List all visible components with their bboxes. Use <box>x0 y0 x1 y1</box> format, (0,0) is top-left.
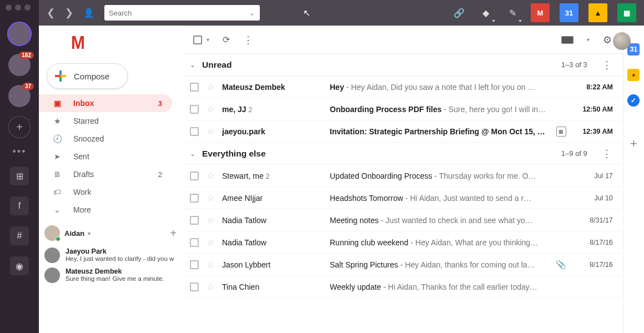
row-subject-wrap: Salt Spring Pictures - Hey Aidan, thanks… <box>330 260 545 269</box>
workspace-avatar-2[interactable]: 182 <box>8 54 31 76</box>
self-name: Aidan <box>64 229 84 238</box>
min-dot[interactable] <box>15 4 21 11</box>
close-dot[interactable] <box>6 4 12 11</box>
select-all-checkbox[interactable] <box>193 36 202 44</box>
compose-button[interactable]: Compose <box>47 63 128 89</box>
clock-icon: 🕘 <box>52 134 62 143</box>
profile-icon[interactable]: 👤 <box>83 8 94 18</box>
nav-count: 3 <box>158 99 162 108</box>
edit-icon[interactable]: ✎ <box>504 4 521 21</box>
more-dots[interactable]: ••• <box>13 146 27 158</box>
select-all-menu[interactable]: ▾ <box>207 37 209 43</box>
hangouts-self[interactable]: Aidan ▾ + <box>44 225 177 241</box>
nav-label: Inbox <box>73 99 147 108</box>
nav-label: Snoozed <box>73 134 162 143</box>
sheets-app-tile[interactable]: ▦ <box>617 3 636 22</box>
row-checkbox[interactable] <box>190 260 199 269</box>
row-subject: Invitation: Strategic Partnership Briefi… <box>330 127 545 136</box>
star-icon[interactable]: ☆ <box>207 82 214 92</box>
nav-item-inbox[interactable]: ▣ Inbox 3 <box>39 94 172 112</box>
refresh-button[interactable]: ⟳ <box>223 34 230 45</box>
star-icon[interactable]: ☆ <box>207 193 214 203</box>
chat-name: Mateusz Dembek <box>66 268 177 275</box>
chat-item[interactable]: Mateusz Dembek Sure thing man! Give me a… <box>44 265 177 285</box>
row-checkbox[interactable] <box>190 216 199 225</box>
collapse-icon[interactable]: ⌄ <box>190 150 195 158</box>
search-dropdown-icon[interactable]: ⌄ <box>249 8 255 17</box>
nav-item-starred[interactable]: ★ Starred <box>39 112 172 130</box>
collapse-icon[interactable]: ⌄ <box>190 61 195 69</box>
more-actions-button[interactable]: ⋮ <box>243 34 253 46</box>
self-menu-caret[interactable]: ▾ <box>88 230 90 236</box>
email-row[interactable]: ☆ jaeyou.park Invitation: Strategic Part… <box>182 120 623 143</box>
side-tasks-icon[interactable]: ✓ <box>627 94 640 107</box>
email-row[interactable]: ☆ Amee NIjjar Headshots Tomorrow - Hi Ai… <box>182 187 623 209</box>
input-tools-caret[interactable]: ▾ <box>587 37 590 43</box>
nav-item-sent[interactable]: ➤ Sent <box>39 148 172 165</box>
nav-item-snoozed[interactable]: 🕘 Snoozed <box>39 130 172 148</box>
new-chat-button[interactable]: + <box>170 227 177 240</box>
chat-item[interactable]: Jaeyou Park Hey, I just wanted to clarif… <box>44 245 177 265</box>
settings-gear-icon[interactable]: ⚙ <box>603 34 612 46</box>
row-checkbox[interactable] <box>190 171 199 180</box>
row-snippet: - Hey Aidan, Did you saw a note that I l… <box>346 83 536 92</box>
star-icon[interactable]: ☆ <box>207 170 214 181</box>
email-row[interactable]: ☆ Jason Lybbert Salt Spring Pictures - H… <box>182 254 623 276</box>
nav-item-work[interactable]: 🏷 Work <box>39 183 172 201</box>
share-icon[interactable]: 🔗 <box>451 4 467 21</box>
row-checkbox[interactable] <box>190 238 199 247</box>
email-row[interactable]: ☆ Mateusz Dembek Hey - Hey Aidan, Did yo… <box>182 76 623 98</box>
row-checkbox[interactable] <box>190 83 199 92</box>
row-from: me, JJ 2 <box>222 105 322 114</box>
dock-app-hash[interactable]: # <box>10 226 29 245</box>
layers-icon[interactable]: ◆ <box>477 4 494 21</box>
nav-item-drafts[interactable]: 🗎 Drafts 2 <box>39 165 172 183</box>
gmail-logo[interactable]: M <box>39 26 182 60</box>
star-icon[interactable]: ☆ <box>207 259 214 270</box>
attachment-icon: 📎 <box>556 260 566 270</box>
email-row[interactable]: ☆ Nadia Tatlow Meeting notes - Just want… <box>182 209 623 231</box>
dock-app-spotify[interactable]: ◉ <box>10 256 29 275</box>
workspace-avatar-1[interactable] <box>8 23 31 45</box>
section-header: ⌄ Unread 1–3 of 3 ⋮ <box>182 54 623 76</box>
star-icon[interactable]: ☆ <box>207 104 214 114</box>
side-add-button[interactable]: + <box>630 137 637 151</box>
row-from: Tina Chien <box>222 282 322 291</box>
star-icon[interactable]: ☆ <box>207 237 214 248</box>
star-icon[interactable]: ☆ <box>207 126 214 137</box>
input-tools-icon[interactable] <box>561 36 573 44</box>
forward-button[interactable]: ❯ <box>65 7 73 19</box>
calendar-app-tile[interactable]: 31 <box>560 3 578 22</box>
email-row[interactable]: ☆ me, JJ 2 Onboarding Process PDF files … <box>182 98 623 120</box>
max-dot[interactable] <box>24 4 31 11</box>
row-checkbox[interactable] <box>190 194 199 203</box>
search-box[interactable]: ⌄ <box>104 5 260 21</box>
workspace-avatar-3[interactable]: 37 <box>8 85 31 107</box>
back-button[interactable]: ❮ <box>47 7 55 19</box>
drive-app-tile[interactable]: ▲ <box>588 3 607 22</box>
row-from: Amee NIjjar <box>222 194 322 203</box>
dock-app-trello[interactable]: ⊞ <box>10 167 29 185</box>
dock-app-facebook[interactable]: f <box>10 196 29 215</box>
nav-item-more[interactable]: ⌄ More <box>39 201 172 219</box>
star-icon[interactable]: ☆ <box>207 215 214 225</box>
email-row[interactable]: ☆ Tina Chien Weekly update - Hi Aidan, T… <box>182 276 623 298</box>
badge-count: 182 <box>19 52 34 59</box>
row-from: Mateusz Dembek <box>222 83 322 92</box>
badge-count: 37 <box>22 83 34 90</box>
side-keep-icon[interactable]: ● <box>627 69 640 81</box>
gmail-app-tile[interactable]: M <box>531 3 550 22</box>
section-menu-button[interactable]: ⋮ <box>602 59 612 71</box>
row-time: 8:22 AM <box>574 83 613 91</box>
window-controls[interactable] <box>6 4 31 11</box>
row-checkbox[interactable] <box>190 105 199 114</box>
row-subject-wrap: Headshots Tomorrow - Hi Aidan, Just want… <box>330 194 566 203</box>
row-checkbox[interactable] <box>190 127 199 136</box>
email-row[interactable]: ☆ Stewart, me 2 Updated Onboarding Proce… <box>182 165 623 187</box>
section-menu-button[interactable]: ⋮ <box>602 148 612 160</box>
row-checkbox[interactable] <box>190 282 199 291</box>
add-workspace-button[interactable]: + <box>8 116 31 138</box>
search-input[interactable] <box>109 9 249 17</box>
email-row[interactable]: ☆ Nadia Tatlow Running club weekend - He… <box>182 231 623 254</box>
star-icon[interactable]: ☆ <box>207 281 214 292</box>
